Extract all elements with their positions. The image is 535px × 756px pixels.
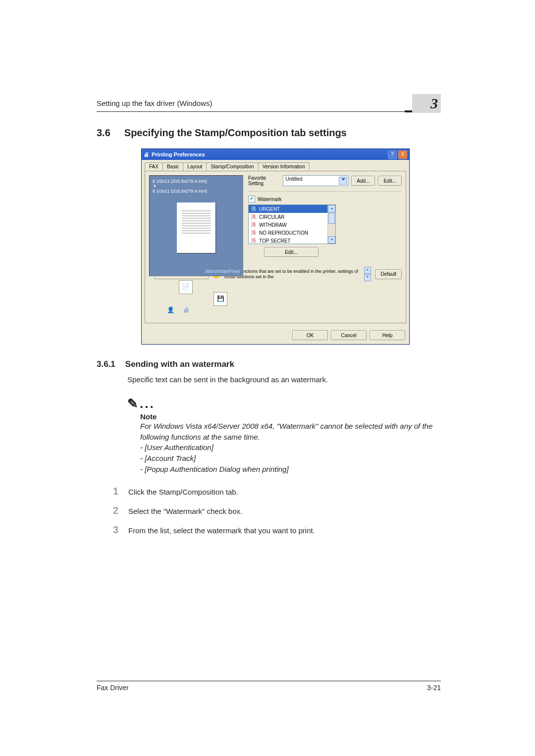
running-head: Setting up the fax driver (Windows) bbox=[97, 99, 441, 110]
note-label: Note bbox=[140, 412, 441, 421]
tab-stamp-composition[interactable]: Stamp/Composition bbox=[206, 162, 258, 171]
step-3: 3 From the list, select the watermark th… bbox=[109, 524, 441, 536]
watermark-icon: 洗 bbox=[251, 229, 257, 236]
preview-dim-output: 8 1/2x11 (215.9x279.4 mm) bbox=[153, 189, 240, 194]
step-number: 1 bbox=[109, 486, 118, 497]
ok-button[interactable]: OK bbox=[292, 330, 328, 340]
section-heading: 3.6 Specifying the Stamp/Composition tab… bbox=[97, 127, 441, 139]
watermark-item-circular[interactable]: 洗 CIRCULAR bbox=[249, 213, 335, 221]
default-button[interactable]: Default bbox=[375, 269, 402, 279]
watermark-item-no-reproduction[interactable]: 洗 NO REPRODUCTION bbox=[249, 229, 335, 237]
tab-basic[interactable]: Basic bbox=[162, 162, 183, 171]
section-title: Specifying the Stamp/Composition tab set… bbox=[124, 127, 347, 139]
preview-dim-source: 8 1/2x11 (215.9x279.4 mm) bbox=[153, 179, 240, 184]
subsection-title: Sending with an watermark bbox=[125, 359, 234, 369]
note-line: - [Account Track] bbox=[140, 453, 441, 464]
watermark-scrollbar[interactable]: ▴ ▾ bbox=[327, 205, 335, 244]
tab-panel: 8 1/2x11 (215.9x279.4 mm) ▼ 8 1/2x11 (21… bbox=[145, 171, 406, 323]
note-line: - [Popup Authentication Dialog when prin… bbox=[140, 464, 441, 475]
footer-right: 3-21 bbox=[427, 684, 441, 692]
cancel-button[interactable]: Cancel bbox=[331, 330, 367, 340]
note-block: ✎... Note For Windows Vista x64/Server 2… bbox=[127, 396, 441, 475]
watermark-icon: 洗 bbox=[251, 221, 257, 228]
user-icon: 👤 bbox=[164, 304, 177, 317]
preview-resolution: 200x200dpi(Fine) bbox=[205, 269, 240, 274]
note-line: For Windows Vista x64/Server 2008 x64, "… bbox=[140, 421, 441, 443]
preview-icon-2: 💾 bbox=[214, 292, 227, 306]
help-button[interactable]: Help bbox=[370, 330, 405, 340]
header-rule bbox=[97, 110, 441, 112]
printer-icon: 🖨 bbox=[144, 151, 149, 157]
hint-text: For the functions that are set to be ena… bbox=[224, 269, 360, 280]
footer-left: Fax Driver bbox=[97, 684, 129, 692]
chapter-badge: 3 bbox=[412, 94, 441, 113]
printing-preferences-dialog: 🖨 Printing Preferences ? X FAX Basic Lay… bbox=[141, 149, 410, 345]
step-text: Click the Stamp/Composition tab. bbox=[128, 488, 238, 496]
page-preview: 8 1/2x11 (215.9x279.4 mm) ▼ 8 1/2x11 (21… bbox=[149, 175, 243, 276]
favorite-setting-select[interactable]: Untitled bbox=[283, 175, 348, 186]
preview-icon-row: 📄 💾 👤 🖨 bbox=[149, 280, 243, 310]
chevron-down-icon bbox=[341, 178, 345, 181]
titlebar-close-button[interactable]: X bbox=[398, 151, 407, 159]
subsection-intro: Specific text can be sent in the backgro… bbox=[127, 374, 441, 385]
favorite-edit-button[interactable]: Edit... bbox=[378, 176, 402, 186]
note-icon: ✎... bbox=[127, 396, 441, 411]
dialog-button-row: OK Cancel Help bbox=[142, 326, 409, 344]
step-number: 2 bbox=[109, 505, 118, 516]
watermark-item-top-secret[interactable]: 洗 TOP SECRET bbox=[249, 237, 335, 244]
dialog-title: Printing Preferences bbox=[152, 151, 205, 157]
step-number: 3 bbox=[109, 524, 118, 536]
watermark-icon: 洗 bbox=[251, 213, 257, 220]
watermark-icon: 洗 bbox=[251, 237, 257, 244]
watermark-icon: 洗 bbox=[251, 205, 257, 212]
hint-scroll-down[interactable]: ▾ bbox=[364, 274, 371, 281]
watermark-edit-button[interactable]: Edit... bbox=[264, 247, 319, 257]
scroll-thumb[interactable] bbox=[328, 213, 335, 224]
watermark-list[interactable]: 洗 URGENT 洗 CIRCULAR 洗 WITHDRAW 洗 bbox=[248, 204, 336, 244]
steps-list: 1 Click the Stamp/Composition tab. 2 Sel… bbox=[109, 486, 441, 536]
watermark-item-urgent[interactable]: 洗 URGENT bbox=[249, 205, 335, 213]
tab-version-information[interactable]: Version Information bbox=[258, 162, 310, 171]
preview-sheet bbox=[177, 202, 215, 253]
watermark-checkbox-label: Watermark bbox=[258, 197, 282, 202]
step-2: 2 Select the "Watermark" check box. bbox=[109, 505, 441, 516]
watermark-checkbox[interactable]: ✔ bbox=[248, 196, 255, 202]
favorite-setting-value: Untitled bbox=[285, 176, 302, 182]
section-number: 3.6 bbox=[97, 127, 110, 139]
device-icon: 🖨 bbox=[180, 304, 193, 317]
hint-scroll-up[interactable]: ▴ bbox=[364, 267, 371, 274]
step-text: Select the "Watermark" check box. bbox=[128, 507, 242, 515]
note-line: - [User Authentication] bbox=[140, 442, 441, 453]
favorite-setting-label: Favorite Setting bbox=[248, 175, 280, 186]
titlebar[interactable]: 🖨 Printing Preferences ? X bbox=[142, 149, 409, 160]
step-1: 1 Click the Stamp/Composition tab. bbox=[109, 486, 441, 497]
tab-strip: FAX Basic Layout Stamp/Composition Versi… bbox=[142, 160, 409, 171]
step-text: From the list, select the watermark that… bbox=[128, 526, 315, 535]
page-footer: Fax Driver 3-21 bbox=[97, 681, 441, 692]
titlebar-help-button[interactable]: ? bbox=[388, 151, 397, 159]
tab-layout[interactable]: Layout bbox=[183, 162, 207, 171]
tab-fax[interactable]: FAX bbox=[145, 162, 163, 171]
watermark-item-withdraw[interactable]: 洗 WITHDRAW bbox=[249, 221, 335, 229]
scroll-up-button[interactable]: ▴ bbox=[328, 205, 335, 212]
favorite-add-button[interactable]: Add... bbox=[351, 176, 375, 186]
preview-icon-1: 📄 bbox=[179, 280, 193, 294]
chapter-number: 3 bbox=[430, 95, 438, 111]
subsection-number: 3.6.1 bbox=[97, 359, 115, 369]
subsection-heading: 3.6.1 Sending with an watermark bbox=[97, 359, 441, 369]
scroll-down-button[interactable]: ▾ bbox=[328, 236, 335, 244]
